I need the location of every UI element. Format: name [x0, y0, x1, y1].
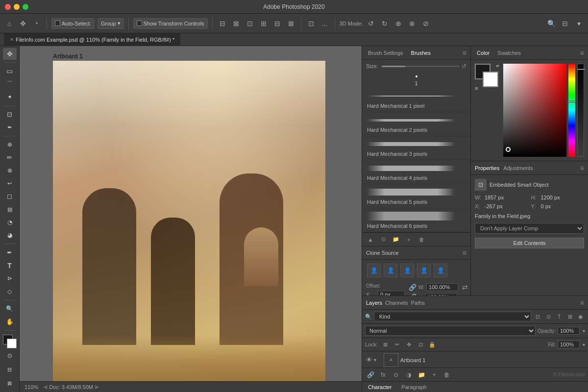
tab-paths[interactable]: Paths — [411, 300, 425, 306]
tab-brush-settings[interactable]: Brush Settings — [366, 50, 405, 56]
layer-folder-icon[interactable]: 📁 — [416, 369, 427, 380]
path-select-tool[interactable]: ⊳ — [3, 272, 17, 284]
layers-opacity-chevron[interactable]: ▾ — [583, 328, 585, 334]
brush-reset-icon[interactable]: ↺ — [462, 63, 466, 70]
tab-swatches[interactable]: Swatches — [495, 50, 523, 56]
lock-transparent-icon[interactable]: ⊠ — [381, 340, 390, 349]
layer-link-icon[interactable]: 🔗 — [365, 369, 376, 380]
healing-brush-tool[interactable]: ⊕ — [3, 139, 17, 150]
layers-opacity-input[interactable] — [558, 327, 580, 335]
align-right-icon[interactable]: ⊡ — [245, 18, 255, 29]
workspace-icon[interactable]: ⊟ — [560, 18, 570, 29]
filter-toggle-icon[interactable]: ◉ — [576, 312, 585, 321]
brush-tool-triangle-icon[interactable]: ▲ — [365, 234, 376, 245]
tab-character[interactable]: Character — [366, 384, 393, 390]
brush-tool-folder-icon[interactable]: 📁 — [391, 234, 401, 245]
blur-tool[interactable]: ◔ — [3, 217, 17, 228]
tab-properties[interactable]: Properties — [475, 165, 499, 171]
type-tool[interactable]: T — [3, 260, 17, 271]
maximize-button[interactable] — [23, 4, 28, 10]
layer-expand-artboard[interactable]: ▾ — [374, 357, 382, 363]
brush-item-6[interactable]: Hard Mechanical 6 pixels — [362, 208, 470, 232]
nav-left-arrow[interactable]: ◀ — [43, 384, 47, 390]
lock-position-icon[interactable]: ✥ — [404, 340, 413, 349]
filter-adjustment-icon[interactable]: ⊙ — [544, 312, 553, 321]
eraser-tool[interactable]: ◻ — [3, 191, 17, 202]
brush-item-1[interactable]: Hard Mechanical 1 pixel — [362, 88, 470, 112]
layers-kind-select[interactable]: Kind — [374, 312, 531, 321]
color-swatches[interactable] — [3, 335, 17, 346]
edit-contents-button[interactable]: Edit Contents — [475, 238, 584, 248]
layer-adjustment-icon[interactable]: ◑ — [403, 369, 414, 380]
clone-x-input[interactable] — [378, 291, 405, 295]
hue-slider[interactable] — [568, 64, 575, 157]
minimize-button[interactable] — [14, 4, 20, 10]
move-tool-icon[interactable]: ✥ — [18, 18, 28, 29]
layers-fill-input[interactable] — [558, 341, 580, 348]
clone-w-input[interactable] — [426, 283, 458, 291]
auto-select-checkbox[interactable]: Auto-Select: — [51, 18, 95, 29]
magic-wand-tool[interactable]: ✦ — [3, 91, 17, 103]
shape-tool[interactable]: ◇ — [3, 285, 17, 297]
clone-stamp-tool[interactable]: ⊗ — [3, 165, 17, 176]
filter-pixel-icon[interactable]: ⊡ — [533, 312, 542, 321]
tab-paragraph[interactable]: Paragraph — [399, 384, 428, 390]
search-icon[interactable]: 🔍 — [546, 18, 557, 29]
clone-source-3[interactable]: 👤 — [400, 264, 414, 277]
brush-tool-delete-icon[interactable]: 🗑 — [416, 234, 427, 245]
clone-flip-icon[interactable]: ⇄ — [462, 283, 468, 291]
layers-fill-chevron[interactable]: ▾ — [583, 342, 585, 347]
layers-blend-mode-select[interactable]: Normal — [365, 326, 536, 336]
align-center-icon[interactable]: ⊠ — [231, 18, 242, 29]
workspace-dropdown-icon[interactable]: ▾ — [573, 18, 584, 29]
3d-roll-icon[interactable]: ↻ — [379, 18, 390, 29]
extras-icon[interactable]: ⊟ ⊠ — [3, 363, 17, 390]
distribute-icon[interactable]: ⊡ — [306, 18, 317, 29]
lock-all-icon[interactable]: 🔒 — [428, 340, 437, 349]
layer-eye-artboard[interactable]: 👁 — [364, 355, 374, 365]
filter-type-icon[interactable]: T — [555, 312, 564, 321]
show-transform-checkbox[interactable]: Show Transform Controls — [133, 18, 208, 29]
layer-delete-icon[interactable]: 🗑 — [441, 369, 452, 380]
dodge-tool[interactable]: ◕ — [3, 229, 17, 241]
clone-source-5[interactable]: 👤 — [434, 264, 447, 277]
tab-channels[interactable]: Channels — [385, 300, 408, 306]
default-colors-icon[interactable]: ⊠ — [475, 86, 478, 91]
color-panel-menu-icon[interactable]: ≡ — [580, 49, 584, 57]
brush-item-5[interactable]: Hard Mechanical 5 pixels — [362, 184, 470, 208]
eyedropper-tool[interactable]: ✒ — [3, 122, 17, 133]
brush-size-slider[interactable] — [382, 66, 460, 67]
swap-colors-icon[interactable]: ⇄ — [496, 64, 499, 68]
move-tool[interactable]: ✥ — [3, 48, 17, 60]
brush-tool[interactable]: ✏ — [3, 151, 17, 163]
gradient-tool[interactable]: ▤ — [3, 203, 17, 215]
tab-adjustments[interactable]: Adjustments — [503, 165, 533, 171]
alpha-slider[interactable] — [577, 64, 584, 157]
layer-row-artboard[interactable]: 👁 ▾ A Artboard 1 — [362, 351, 588, 368]
clone-h-input[interactable] — [425, 293, 457, 295]
quick-mask-icon[interactable]: ⊙ — [3, 350, 17, 362]
clone-source-4[interactable]: 👤 — [417, 264, 431, 277]
close-button[interactable] — [5, 4, 11, 10]
background-color-swatch[interactable] — [483, 72, 498, 87]
canvas-frame[interactable] — [53, 61, 325, 384]
3d-slide-icon[interactable]: ⊗ — [407, 18, 417, 29]
3d-scale-icon[interactable]: ⊘ — [420, 18, 431, 29]
history-brush-tool[interactable]: ↩ — [3, 177, 17, 189]
align-bottom-icon[interactable]: ⊠ — [286, 18, 296, 29]
layer-new-icon[interactable]: + — [429, 369, 440, 380]
color-saturation-brightness-picker[interactable] — [503, 64, 566, 157]
marquee-tool[interactable]: ▭ — [3, 65, 17, 77]
brush-tool-mask-icon[interactable]: ⊙ — [378, 234, 389, 245]
brush-item-3[interactable]: Hard Mechanical 3 pixels — [362, 136, 470, 160]
align-top-icon[interactable]: ⊞ — [258, 18, 269, 29]
lasso-tool[interactable]: ⌒ — [3, 78, 17, 90]
crop-tool[interactable]: ⊡ — [3, 108, 17, 120]
brush-item-4[interactable]: Hard Mechanical 4 pixels — [362, 160, 470, 184]
nav-right-arrow[interactable]: ▶ — [95, 384, 99, 390]
more-options-icon[interactable]: ... — [319, 18, 330, 29]
zoom-tool[interactable]: 🔍 — [3, 303, 17, 315]
lock-artboard-icon[interactable]: ⊡ — [416, 340, 425, 349]
clone-source-1[interactable]: 👤 — [367, 264, 381, 277]
clone-panel-menu-icon[interactable]: ≡ — [463, 249, 466, 257]
